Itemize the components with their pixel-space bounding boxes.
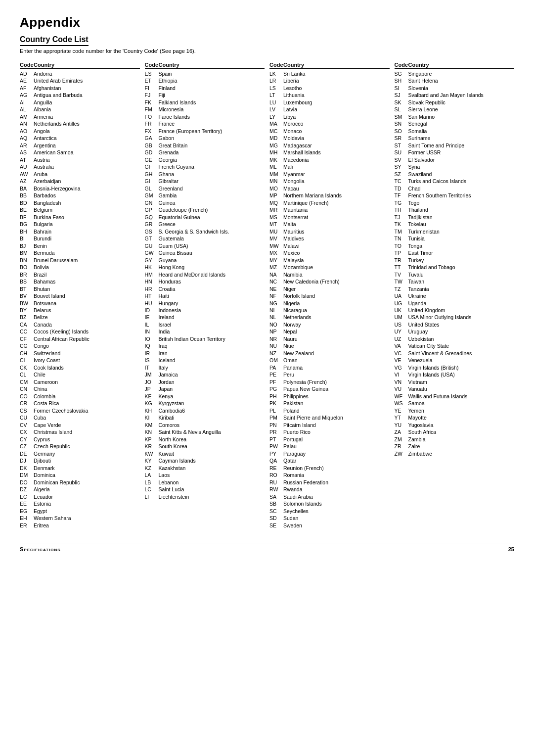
country-code: NP	[269, 328, 283, 335]
country-name: Belgium	[34, 206, 140, 213]
country-code: WF	[395, 393, 408, 400]
country-name: Latvia	[283, 106, 390, 113]
country-name: Great Britain	[159, 142, 265, 149]
country-name: Tokelau	[408, 221, 515, 228]
country-name: Japan	[159, 385, 265, 392]
country-code: SH	[395, 77, 408, 84]
list-item: MZMozambique	[269, 264, 390, 271]
list-item: LALaos	[145, 472, 265, 478]
country-name: Cook Islands	[34, 364, 140, 371]
country-name: Tadjikistan	[408, 214, 515, 221]
list-item: SCSeychelles	[269, 508, 390, 515]
country-name: Oman	[283, 357, 390, 364]
country-name: Nauru	[283, 335, 390, 342]
list-item: CKCook Islands	[20, 364, 140, 371]
country-name: Ireland	[159, 314, 265, 321]
list-item: USUnited States	[395, 321, 515, 328]
country-name: Belize	[34, 314, 140, 321]
country-code: AQ	[20, 135, 34, 142]
list-item: NUNiue	[269, 342, 390, 349]
country-code: KN	[145, 428, 159, 435]
footer-label: Specifications	[20, 546, 61, 552]
country-name: Turks and Caicos Islands	[408, 178, 515, 185]
country-code: BS	[20, 278, 34, 285]
country-name: Mauritania	[283, 206, 390, 213]
country-code: DK	[20, 465, 34, 472]
country-list-2: LKSri LankaLRLiberiaLSLesothoLTLithuania…	[269, 70, 390, 529]
country-name: Bouvet Island	[34, 292, 140, 299]
country-code: AU	[20, 163, 34, 170]
list-item: LILiechtenstein	[145, 493, 265, 500]
country-code: CK	[20, 364, 34, 371]
country-code: FM	[145, 106, 159, 113]
list-item: UZUzbekistan	[395, 335, 515, 342]
country-code: VA	[395, 342, 408, 349]
country-name: Estonia	[34, 500, 140, 507]
country-code: MW	[269, 242, 283, 249]
country-list-1: ESSpainETEthiopiaFIFinlandFJFijiFKFalkla…	[145, 70, 265, 500]
country-name: Hungary	[159, 300, 265, 307]
country-code: ST	[395, 142, 408, 149]
country-name: Central African Republic	[34, 335, 140, 342]
country-name: Cambodia6	[159, 407, 265, 414]
col-header-country: Country	[34, 62, 140, 68]
country-code: RW	[269, 486, 283, 493]
country-name: Czech Republic	[34, 443, 140, 450]
list-item: HMHeard and McDonald Islands	[145, 271, 265, 278]
country-name: Iran	[159, 350, 265, 357]
list-item: MNMongolia	[269, 178, 390, 185]
country-name: Argentina	[34, 142, 140, 149]
country-name: Macedonia	[283, 156, 390, 163]
list-item: PTPortugal	[269, 436, 390, 443]
country-code: NG	[269, 300, 283, 307]
list-item: TFFrench Southern Territories	[395, 192, 515, 199]
country-name: Kuwait	[159, 450, 265, 457]
country-code: GY	[145, 257, 159, 264]
country-code: AT	[20, 156, 34, 163]
country-code: CR	[20, 400, 34, 407]
country-code: AD	[20, 70, 34, 77]
country-name: Colombia	[34, 393, 140, 400]
list-item: BABosnia-Herzegovina	[20, 185, 140, 192]
list-item: VNVietnam	[395, 378, 515, 385]
country-code: FO	[145, 113, 159, 120]
country-name: Equatorial Guinea	[159, 214, 265, 221]
country-code: MG	[269, 142, 283, 149]
country-name: Brunei Darussalam	[34, 257, 140, 264]
country-code: SA	[269, 493, 283, 500]
country-code: RE	[269, 465, 283, 472]
country-name: Bangladesh	[34, 199, 140, 206]
country-name: Kazakhstan	[159, 465, 265, 472]
country-name: Former Czechoslovakia	[34, 407, 140, 414]
list-item: UMUSA Minor Outlying Islands	[395, 314, 515, 321]
country-code: BV	[20, 292, 34, 299]
country-code: NZ	[269, 350, 283, 357]
list-item: ARArgentina	[20, 142, 140, 149]
list-item: IEIreland	[145, 314, 265, 321]
list-item: YTMayotte	[395, 414, 515, 421]
column-3: CodeCountrySGSingaporeSHSaint HelenaSISl…	[395, 62, 515, 529]
list-item: AFAfghanistan	[20, 85, 140, 92]
country-name: Papua New Guinea	[283, 385, 390, 392]
country-name: Ghana	[159, 171, 265, 178]
country-code: SG	[395, 70, 408, 77]
country-code: PN	[269, 422, 283, 428]
country-code: PW	[269, 443, 283, 450]
country-code: LB	[145, 479, 159, 486]
list-item: COColombia	[20, 393, 140, 400]
country-name: Togo	[408, 199, 515, 206]
country-name: Guinea	[159, 199, 265, 206]
country-code: KH	[145, 407, 159, 414]
list-item: IDIndonesia	[145, 307, 265, 314]
col-header-code: Code	[269, 62, 283, 68]
country-name: Gabon	[159, 135, 265, 142]
country-code: FI	[145, 85, 159, 92]
country-code: CN	[20, 385, 34, 392]
list-item: BJBenin	[20, 242, 140, 249]
country-name: Turkey	[408, 257, 515, 264]
list-item: UYUruguay	[395, 328, 515, 335]
country-code: FX	[145, 128, 159, 135]
list-item: GBGreat Britain	[145, 142, 265, 149]
list-item: YEYemen	[395, 407, 515, 414]
country-name: Ecuador	[34, 493, 140, 500]
